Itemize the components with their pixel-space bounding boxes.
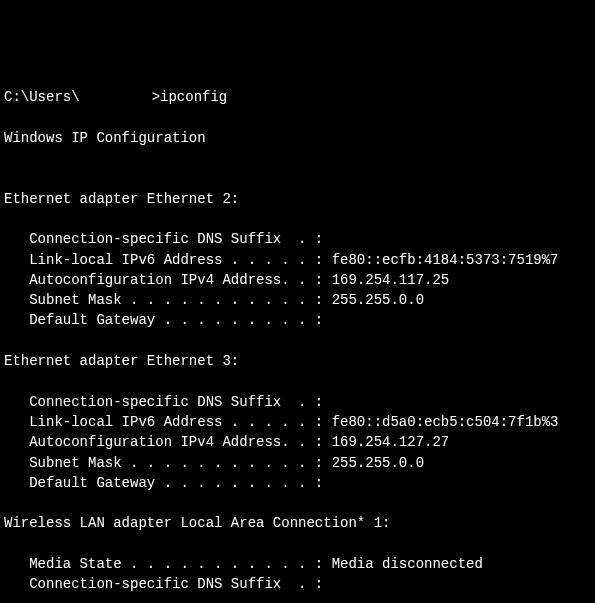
output-header: Windows IP Configuration [4, 130, 206, 146]
prompt-command: >ipconfig [152, 89, 228, 105]
adapter-section-list: Ethernet adapter Ethernet 2: Connection-… [4, 191, 559, 603]
prompt-line: C:\Users\>ipconfig [4, 89, 227, 105]
terminal-output: C:\Users\>ipconfig Windows IP Configurat… [4, 87, 595, 603]
prompt-prefix: C:\Users\ [4, 89, 80, 105]
redacted-username [80, 90, 152, 104]
